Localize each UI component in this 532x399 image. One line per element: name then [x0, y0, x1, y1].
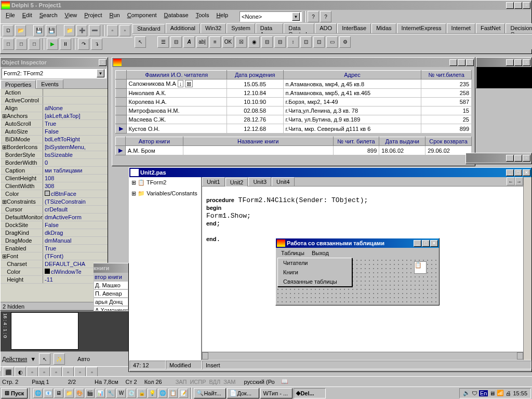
data-titlebar[interactable]: _ □ × — [112, 58, 475, 67]
run-icon[interactable]: ▶ — [47, 38, 58, 50]
palette-tab[interactable]: Standard — [132, 24, 165, 34]
scroll-right-icon[interactable] — [517, 352, 523, 360]
pointer-small-icon[interactable]: ↖ — [39, 353, 50, 365]
ce-close[interactable]: × — [523, 169, 530, 176]
unit-tab[interactable]: Unit1 — [202, 177, 225, 186]
ql11-icon[interactable]: 🔒 — [137, 389, 147, 398]
sw2-min[interactable]: _ — [506, 155, 514, 162]
dlg-min[interactable]: _ — [414, 240, 421, 247]
tool-help1-icon[interactable]: ? — [308, 11, 319, 22]
palette-tab[interactable]: Data Access — [256, 23, 283, 33]
comp-panel-icon[interactable]: ▭ — [326, 36, 338, 48]
code-explorer[interactable]: ⊞ 📋 TForm2 ⊞ 📁 Variables/Constants — [129, 177, 202, 360]
ql12-icon[interactable]: 💡 — [148, 389, 157, 398]
openproj-icon[interactable]: 📁 — [64, 25, 75, 36]
palette-tab[interactable]: ADO — [315, 23, 337, 33]
tray-icon3[interactable]: 🖥 — [489, 390, 495, 396]
menu-project[interactable]: Project — [81, 11, 105, 22]
oi-titlebar[interactable]: Object Inspector × — [1, 58, 108, 67]
oi-tab-properties[interactable]: Properties — [1, 80, 36, 89]
prop-row[interactable]: EnabledTrue — [1, 245, 108, 252]
ql13-icon[interactable]: 🌐 — [158, 389, 167, 398]
prop-row[interactable]: ⊞Font(TFont) — [1, 252, 108, 260]
prop-row[interactable]: DefaultMonitordmActiveForm — [1, 214, 108, 221]
menu-help[interactable]: Help — [213, 11, 231, 22]
tray-icon2[interactable]: 🛡 — [472, 390, 477, 396]
ql8-icon[interactable]: 🔧 — [106, 389, 115, 398]
dlg-menu-tables[interactable]: Таблицы — [278, 249, 308, 257]
df-close[interactable]: × — [466, 59, 474, 66]
comp-action-icon[interactable]: ⚙ — [339, 36, 351, 48]
sw2-close[interactable]: × — [523, 155, 530, 162]
prop-row[interactable]: ⊞BorderIcons[biSystemMenu, — [1, 143, 108, 151]
prop-row[interactable]: BorderWidth0 — [1, 159, 108, 167]
tool-help2-icon[interactable]: ? — [320, 11, 331, 22]
maximize-btn[interactable]: □ — [514, 2, 522, 9]
drop-readers[interactable]: Читатели — [278, 258, 352, 268]
tray-icon1[interactable]: 🔊 — [463, 390, 470, 396]
addfile-icon[interactable]: ➕ — [76, 25, 87, 36]
dlg-close[interactable]: × — [430, 240, 438, 247]
comp-popup-icon[interactable]: ⊟ — [170, 36, 182, 48]
code-vscroll[interactable] — [523, 177, 531, 360]
task-find[interactable]: 🔍 Найт... — [194, 388, 226, 398]
comp-scroll-icon[interactable]: ↕ — [287, 36, 299, 48]
prop-row[interactable]: ColorclBtnFace — [1, 190, 108, 198]
df-max[interactable]: □ — [458, 59, 466, 66]
sw2-max[interactable]: □ — [514, 155, 522, 162]
comp-combo-icon[interactable]: ⊟ — [274, 36, 286, 48]
nav-left-icon[interactable]: ← — [507, 177, 515, 185]
comp-listbox-icon[interactable]: ⊟ — [261, 36, 273, 48]
ql9-icon[interactable]: W — [116, 389, 126, 398]
dlg-max[interactable]: □ — [422, 240, 430, 247]
prop-row[interactable]: BorderStylebsSizeable — [1, 151, 108, 159]
menu-run[interactable]: Run — [107, 11, 123, 22]
prop-row[interactable]: ColorclWindowTe — [1, 268, 108, 276]
unit-tab[interactable]: Unit3 — [248, 177, 271, 186]
prop-row[interactable]: DragModedmManual — [1, 237, 108, 245]
pause-icon[interactable]: ⏸ — [60, 38, 71, 50]
minimize-btn[interactable]: _ — [506, 2, 514, 9]
oi-tab-events[interactable]: Events — [36, 79, 63, 88]
palette-tab[interactable]: Internet — [447, 23, 475, 33]
comp-mainmenu-icon[interactable]: ☰ — [157, 36, 169, 48]
actions-label[interactable]: Действия — [2, 356, 27, 362]
menu-tools[interactable]: Tools — [193, 11, 212, 22]
unit-tab[interactable]: Unit2 — [225, 178, 248, 187]
drop-books[interactable]: Книги — [278, 268, 352, 277]
task-delphi[interactable]: ◆ Del... — [294, 388, 326, 398]
comp-memo-icon[interactable]: ≡ — [209, 36, 221, 48]
list-item[interactable]: П. Авенар — [94, 289, 128, 298]
palette-tab[interactable]: InterBase — [337, 23, 371, 33]
prop-row[interactable]: DockSiteFalse — [1, 221, 108, 229]
ql3-icon[interactable]: 🖥 — [54, 389, 63, 398]
readers-grid[interactable]: Фамилия И.О. читателяДата рожденияАдрес№… — [115, 70, 472, 134]
menu-view[interactable]: View — [62, 11, 81, 22]
prop-row[interactable]: BiDiModebdLeftToRight — [1, 136, 108, 143]
tray-clock[interactable]: 15:55 — [513, 390, 527, 396]
unit-tab[interactable]: Unit4 — [272, 177, 295, 186]
tool-a-icon[interactable]: □ — [3, 38, 14, 50]
prop-row[interactable]: Captionми таблицами — [1, 167, 108, 175]
prop-row[interactable]: CharsetDEFAULT_CHA — [1, 260, 108, 268]
comp-group-icon[interactable]: ⊡ — [300, 36, 312, 48]
main-titlebar[interactable]: Delphi 5 - Project1 _ □ × — [1, 1, 531, 10]
ql10-icon[interactable]: 💿 — [127, 389, 136, 398]
ql15-icon[interactable]: 📝 — [179, 389, 188, 398]
palette-tab[interactable]: InternetExpress — [397, 23, 446, 33]
oi-selector[interactable]: Form2: TForm2 ▼ — [2, 68, 107, 78]
prop-row[interactable]: DragKinddkDrag — [1, 229, 108, 237]
ql5-icon[interactable]: 🎨 — [75, 389, 84, 398]
prop-row[interactable]: ClientHeight108 — [1, 175, 108, 182]
prop-row[interactable]: AutoScrollTrue — [1, 120, 108, 128]
books-grid[interactable]: Автор книгиНазвание книги№ чит. билетаДа… — [115, 137, 472, 155]
tray-icon4[interactable]: 📶 — [497, 390, 504, 396]
prop-row[interactable]: CursorcrDefault — [1, 206, 108, 214]
sw-max[interactable]: □ — [514, 59, 522, 66]
tray-lang[interactable]: En — [479, 390, 488, 396]
palette-tab[interactable]: Decision C — [506, 23, 532, 33]
open-icon[interactable]: 📂 — [15, 25, 26, 36]
prop-row[interactable]: AlignalNone — [1, 104, 108, 112]
palette-tab[interactable]: FastNet — [476, 23, 506, 33]
oi-selector-drop-icon[interactable]: ▼ — [97, 69, 104, 77]
